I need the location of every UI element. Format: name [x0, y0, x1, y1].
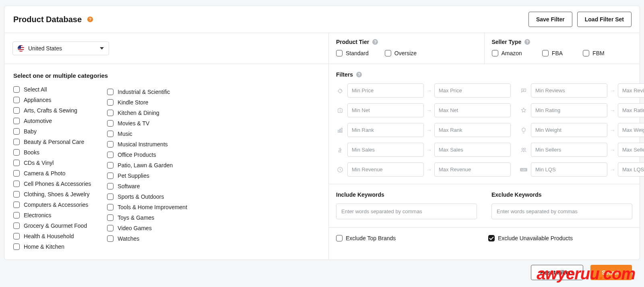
category-label: Sports & Outdoors — [118, 193, 164, 200]
checkbox-icon — [107, 152, 114, 158]
category-music[interactable]: Music — [107, 131, 187, 137]
min-revenue-input[interactable] — [347, 162, 424, 177]
arrow-right-icon: → — [610, 147, 615, 153]
seller-type-amazon[interactable]: Amazon — [492, 50, 522, 56]
category-computers-accessories[interactable]: Computers & Accessories — [13, 202, 91, 208]
min-price-input[interactable] — [347, 83, 424, 98]
max-sales-input[interactable] — [434, 143, 511, 157]
reset-filters-button[interactable]: Reset Filters — [531, 265, 583, 280]
checkbox-icon — [107, 214, 114, 221]
max-rating-input[interactable] — [618, 103, 644, 117]
category-home-kitchen[interactable]: Home & Kitchen — [13, 243, 91, 250]
category-label: Office Products — [118, 152, 156, 158]
help-icon[interactable]: ? — [87, 17, 93, 22]
category-electronics[interactable]: Electronics — [13, 212, 91, 218]
exclude-unavailable-checkbox[interactable]: Exclude Unavailable Products — [488, 235, 632, 241]
category-cds-vinyl[interactable]: CDs & Vinyl — [13, 160, 91, 166]
checkbox-icon — [13, 170, 20, 177]
exclude-keywords-input[interactable] — [491, 204, 632, 219]
category-beauty-personal-care[interactable]: Beauty & Personal Care — [13, 139, 91, 145]
max-weight-input[interactable] — [618, 123, 644, 137]
max-sellers-input[interactable] — [618, 143, 644, 157]
checkbox-icon — [336, 235, 343, 241]
min-rank-input[interactable] — [347, 123, 424, 137]
category-health-household[interactable]: Health & Household — [13, 233, 91, 239]
category-patio-lawn-garden[interactable]: Patio, Lawn & Garden — [107, 162, 187, 168]
max-rank-input[interactable] — [434, 123, 511, 137]
category-video-games[interactable]: Video Games — [107, 225, 187, 231]
min-sellers-input[interactable] — [531, 143, 607, 157]
checkbox-icon — [13, 160, 20, 166]
filter-row-lqs: LQS→ — [520, 162, 644, 177]
category-watches[interactable]: Watches — [107, 235, 187, 242]
min-sales-input[interactable] — [347, 143, 424, 157]
product-tier-standard[interactable]: Standard — [336, 50, 369, 56]
product-tier-oversize[interactable]: Oversize — [385, 50, 417, 56]
category-sports-outdoors[interactable]: Sports & Outdoors — [107, 193, 187, 200]
country-select[interactable]: United States — [12, 42, 109, 55]
svg-rect-2 — [338, 130, 339, 132]
category-tools-home-improvement[interactable]: Tools & Home Improvement — [107, 204, 187, 210]
star-icon — [520, 107, 528, 114]
min-reviews-input[interactable] — [531, 83, 607, 98]
load-filter-set-button[interactable]: Load Filter Set — [577, 12, 632, 27]
max-price-input[interactable] — [434, 83, 511, 98]
max-net-input[interactable] — [434, 103, 511, 117]
category-pet-supplies[interactable]: Pet Supplies — [107, 173, 187, 179]
checkbox-icon — [13, 149, 20, 156]
page-title: Product Database — [13, 15, 82, 24]
min-net-input[interactable] — [347, 103, 424, 117]
category-toys-games[interactable]: Toys & Games — [107, 214, 187, 221]
category-books[interactable]: Books — [13, 149, 91, 156]
checkbox-icon — [13, 223, 20, 229]
min-weight-input[interactable] — [531, 123, 607, 137]
category-label: Musical Instruments — [118, 141, 167, 148]
category-label: Books — [24, 149, 39, 156]
filter-row-revenue: → — [336, 162, 511, 177]
category-software[interactable]: Software — [107, 183, 187, 189]
category-arts-crafts-sewing[interactable]: Arts, Crafts & Sewing — [13, 107, 91, 114]
save-filter-button[interactable]: Save Filter — [528, 12, 572, 27]
category-kindle-store[interactable]: Kindle Store — [107, 99, 187, 106]
category-baby[interactable]: Baby — [13, 128, 91, 135]
checkbox-icon — [107, 131, 114, 137]
category-office-products[interactable]: Office Products — [107, 152, 187, 158]
category-select-all[interactable]: Select All — [13, 86, 91, 93]
category-label: Software — [118, 183, 140, 189]
category-label: Tools & Home Improvement — [118, 204, 187, 210]
min-lqs-input[interactable] — [531, 162, 607, 177]
svg-point-6 — [522, 148, 523, 150]
help-icon[interactable]: ? — [372, 39, 378, 45]
category-appliances[interactable]: Appliances — [13, 97, 91, 103]
category-kitchen-dining[interactable]: Kitchen & Dining — [107, 110, 187, 116]
checkbox-icon — [13, 191, 20, 198]
category-label: Arts, Crafts & Sewing — [24, 107, 77, 114]
filter-row-reviews: → — [520, 83, 644, 98]
checkbox-icon — [13, 128, 20, 135]
max-revenue-input[interactable] — [434, 162, 511, 177]
category-movies-tv[interactable]: Movies & TV — [107, 120, 187, 127]
category-musical-instruments[interactable]: Musical Instruments — [107, 141, 187, 148]
seller-type-label: Seller Type — [492, 39, 522, 45]
help-icon[interactable]: ? — [524, 39, 530, 45]
reviews-icon — [520, 87, 528, 94]
category-automotive[interactable]: Automotive — [13, 118, 91, 124]
seller-type-fbm[interactable]: FBM — [583, 50, 605, 56]
search-button[interactable]: Search — [590, 265, 632, 280]
category-camera-photo[interactable]: Camera & Photo — [13, 170, 91, 177]
filter-row-weight: → — [520, 123, 644, 137]
max-lqs-input[interactable] — [618, 162, 644, 177]
category-cell-phones-accessories[interactable]: Cell Phones & Accessories — [13, 181, 91, 187]
min-rating-input[interactable] — [531, 103, 607, 117]
rank-bars-icon — [336, 127, 344, 133]
flag-us-icon — [18, 45, 24, 52]
category-clothing-shoes-jewelry[interactable]: Clothing, Shoes & Jewelry — [13, 191, 91, 198]
seller-type-fba[interactable]: FBA — [542, 50, 563, 56]
help-icon[interactable]: ? — [356, 72, 362, 77]
max-reviews-input[interactable] — [618, 83, 644, 98]
include-keywords-input[interactable] — [336, 204, 477, 219]
exclude-top-brands-checkbox[interactable]: Exclude Top Brands — [336, 235, 480, 241]
category-industrial-scientific[interactable]: Industrial & Scientific — [107, 89, 187, 95]
category-grocery-gourmet-food[interactable]: Grocery & Gourmet Food — [13, 223, 91, 229]
svg-point-7 — [524, 148, 526, 150]
